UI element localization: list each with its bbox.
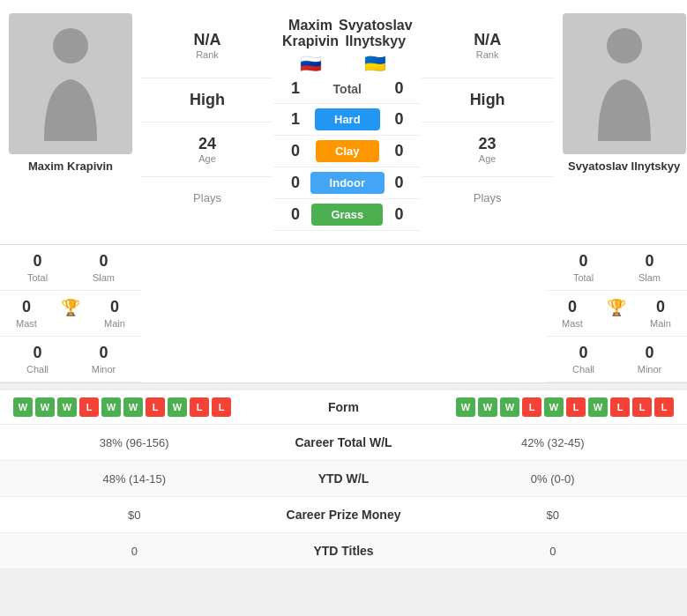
main-container: Maxim Krapivin N/A Rank High 24 Age Play… (0, 0, 687, 569)
left-player-stats: N/A Rank High 24 Age Plays (141, 9, 273, 235)
left-chall-val: 0 (33, 344, 41, 362)
right-rank-label: Rank (476, 49, 499, 60)
right-player-name-center: SvyatoslavIlnytskyy (339, 18, 413, 49)
left-age-label: Age (198, 153, 216, 164)
right-mast-lbl: Mast (562, 318, 583, 329)
right-plays-label: Plays (474, 191, 502, 204)
right-age-section: 23 Age (422, 122, 554, 177)
svg-point-0 (53, 28, 88, 63)
grass-surface-row: 0 Grass 0 (273, 199, 422, 231)
left-form-9: L (190, 397, 209, 417)
left-player-avatar (9, 13, 132, 154)
right-age-value: 23 (479, 135, 497, 153)
right-trophy-icon: 🏆 (607, 298, 626, 317)
right-form-6: L (566, 397, 586, 417)
indoor-score-right: 0 (391, 174, 408, 192)
hard-surface-btn: Hard (315, 108, 380, 130)
prize-left: $0 (13, 508, 256, 522)
indoor-surface-btn: Indoor (310, 172, 385, 194)
left-main-val: 0 (110, 298, 119, 316)
right-slam-val: 0 (645, 252, 653, 271)
right-rank-value: N/A (474, 31, 501, 49)
left-form-3: W (57, 397, 77, 417)
player-details-bar: 0 Total 0 Slam 0 Mast 🏆 0 Main (0, 245, 687, 383)
left-form-badges: W W W L W W L W L L (13, 397, 291, 417)
center-spacer (141, 245, 546, 382)
right-total-lbl: Total (573, 272, 594, 283)
left-total-val: 0 (33, 252, 41, 271)
left-age-section: 24 Age (141, 122, 273, 177)
right-player-avatar (563, 13, 686, 154)
hard-score-right: 0 (391, 110, 408, 129)
form-row: W W W L W W L W L L Form W W W L W L W L (0, 390, 687, 425)
left-trophy-icon: 🏆 (61, 298, 80, 317)
right-flag: 🇺🇦 (339, 53, 413, 74)
right-chall-val: 0 (579, 344, 587, 362)
right-player-stats: N/A Rank High 23 Age Plays (422, 9, 554, 235)
titles-row: 0 YTD Titles 0 (0, 533, 687, 569)
right-rank-section: N/A Rank (422, 13, 554, 78)
titles-left: 0 (13, 545, 256, 558)
right-form-3: W (500, 397, 519, 417)
left-total-lbl: Total (27, 272, 48, 283)
career-wl-right: 42% (32-45) (432, 436, 675, 449)
svg-point-1 (607, 28, 642, 63)
ytd-wl-left: 48% (14-15) (13, 472, 256, 486)
left-mast-lbl: Mast (16, 318, 37, 329)
right-player-photo-area: Svyatoslav Ilnytskyy (554, 9, 687, 235)
left-main-lbl: Main (104, 318, 125, 329)
left-form-2: W (35, 397, 55, 417)
right-form-2: W (478, 397, 497, 417)
right-high-value: High (470, 91, 505, 109)
bottom-section: W W W L W W L W L L Form W W W L W L W L (0, 390, 687, 569)
clay-surface-row: 0 Clay 0 (273, 136, 422, 167)
right-main-val: 0 (656, 298, 665, 316)
left-plays-label: Plays (193, 191, 221, 204)
left-form-1: W (13, 397, 33, 417)
left-rank-label: Rank (196, 49, 219, 60)
left-rank-section: N/A Rank (141, 13, 273, 78)
left-age-value: 24 (198, 135, 216, 153)
right-age-label: Age (479, 153, 497, 164)
right-form-1: W (456, 397, 475, 417)
right-minor-lbl: Minor (638, 364, 662, 375)
titles-right: 0 (432, 545, 675, 558)
prize-label: Career Prize Money (256, 508, 432, 522)
right-chall-lbl: Chall (572, 364, 594, 375)
right-form-10: L (654, 397, 674, 417)
left-player-photo-area: Maxim Krapivin (0, 9, 141, 235)
right-slam-lbl: Slam (638, 272, 661, 283)
grass-score-right: 0 (391, 205, 408, 224)
right-player-name-below: Svyatoslav Ilnytskyy (568, 160, 680, 173)
prize-right: $0 (432, 508, 675, 522)
left-form-5: W (101, 397, 121, 417)
left-form-10: L (212, 397, 231, 417)
right-form-9: L (632, 397, 652, 417)
right-form-badges: W W W L W L W L L L (397, 397, 675, 417)
total-row: 1 Total 0 (273, 74, 422, 104)
titles-label: YTD Titles (256, 544, 432, 558)
left-rank-value: N/A (194, 31, 221, 49)
left-player-name-center: MaximKrapivin (282, 18, 339, 49)
left-player-name-below: Maxim Krapivin (28, 160, 113, 173)
left-minor-lbl: Minor (92, 364, 116, 375)
hard-score-left: 1 (287, 110, 304, 129)
right-main-lbl: Main (650, 318, 671, 329)
right-plays-section: Plays (422, 177, 554, 219)
total-score-right: 0 (391, 79, 408, 98)
left-form-8: W (168, 397, 187, 417)
right-form-8: L (610, 397, 630, 417)
prize-row: $0 Career Prize Money $0 (0, 497, 687, 533)
center-section: MaximKrapivin 🇷🇺 SvyatoslavIlnytskyy 🇺🇦 … (273, 9, 422, 235)
right-form-4: L (522, 397, 541, 417)
left-flag: 🇷🇺 (282, 53, 339, 74)
right-total-val: 0 (579, 252, 587, 271)
indoor-score-left: 0 (287, 174, 304, 192)
total-score-left: 1 (287, 79, 304, 98)
hard-surface-row: 1 Hard 0 (273, 104, 422, 136)
right-form-5: W (544, 397, 564, 417)
ytd-wl-right: 0% (0-0) (432, 472, 675, 486)
right-form-7: W (588, 397, 608, 417)
left-form-4: L (79, 397, 99, 417)
left-slam-val: 0 (99, 252, 108, 271)
